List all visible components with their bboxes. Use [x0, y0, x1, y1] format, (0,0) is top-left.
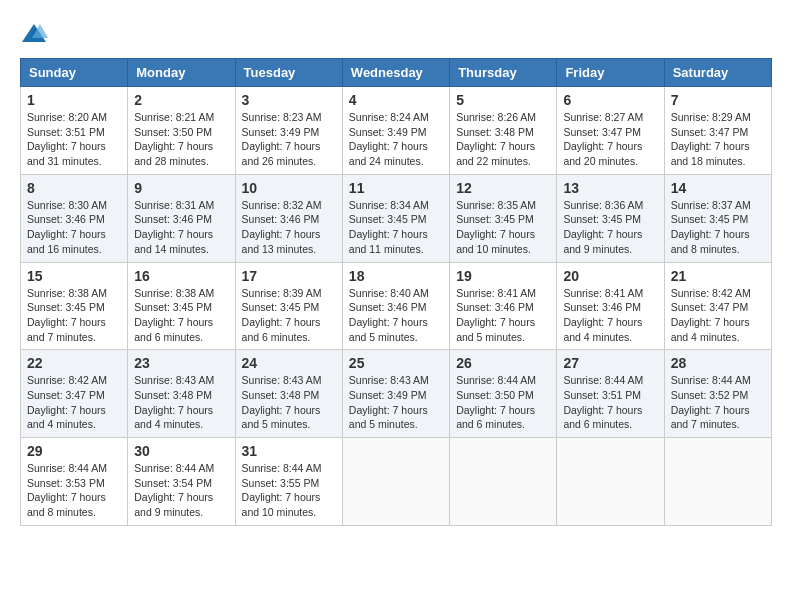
- day-number: 29: [27, 443, 121, 459]
- day-number: 6: [563, 92, 657, 108]
- day-number: 26: [456, 355, 550, 371]
- day-number: 8: [27, 180, 121, 196]
- calendar-cell: 31Sunrise: 8:44 AMSunset: 3:55 PMDayligh…: [235, 438, 342, 526]
- calendar-cell: 1Sunrise: 8:20 AMSunset: 3:51 PMDaylight…: [21, 87, 128, 175]
- day-info: Sunrise: 8:35 AMSunset: 3:45 PMDaylight:…: [456, 198, 550, 257]
- day-info: Sunrise: 8:36 AMSunset: 3:45 PMDaylight:…: [563, 198, 657, 257]
- logo: [20, 20, 52, 48]
- day-number: 25: [349, 355, 443, 371]
- calendar-cell: 15Sunrise: 8:38 AMSunset: 3:45 PMDayligh…: [21, 262, 128, 350]
- header-thursday: Thursday: [450, 59, 557, 87]
- day-info: Sunrise: 8:43 AMSunset: 3:49 PMDaylight:…: [349, 373, 443, 432]
- day-number: 22: [27, 355, 121, 371]
- day-info: Sunrise: 8:44 AMSunset: 3:52 PMDaylight:…: [671, 373, 765, 432]
- calendar-cell: 28Sunrise: 8:44 AMSunset: 3:52 PMDayligh…: [664, 350, 771, 438]
- day-info: Sunrise: 8:43 AMSunset: 3:48 PMDaylight:…: [242, 373, 336, 432]
- calendar-cell: 6Sunrise: 8:27 AMSunset: 3:47 PMDaylight…: [557, 87, 664, 175]
- day-number: 30: [134, 443, 228, 459]
- day-number: 19: [456, 268, 550, 284]
- calendar-cell: 30Sunrise: 8:44 AMSunset: 3:54 PMDayligh…: [128, 438, 235, 526]
- day-info: Sunrise: 8:30 AMSunset: 3:46 PMDaylight:…: [27, 198, 121, 257]
- week-row-1: 1Sunrise: 8:20 AMSunset: 3:51 PMDaylight…: [21, 87, 772, 175]
- day-number: 3: [242, 92, 336, 108]
- calendar-cell: 20Sunrise: 8:41 AMSunset: 3:46 PMDayligh…: [557, 262, 664, 350]
- day-info: Sunrise: 8:37 AMSunset: 3:45 PMDaylight:…: [671, 198, 765, 257]
- calendar-table: SundayMondayTuesdayWednesdayThursdayFrid…: [20, 58, 772, 526]
- day-info: Sunrise: 8:29 AMSunset: 3:47 PMDaylight:…: [671, 110, 765, 169]
- day-number: 11: [349, 180, 443, 196]
- calendar-cell: [450, 438, 557, 526]
- day-info: Sunrise: 8:44 AMSunset: 3:53 PMDaylight:…: [27, 461, 121, 520]
- day-number: 16: [134, 268, 228, 284]
- day-number: 31: [242, 443, 336, 459]
- calendar-cell: [664, 438, 771, 526]
- calendar-cell: 18Sunrise: 8:40 AMSunset: 3:46 PMDayligh…: [342, 262, 449, 350]
- day-number: 4: [349, 92, 443, 108]
- day-info: Sunrise: 8:21 AMSunset: 3:50 PMDaylight:…: [134, 110, 228, 169]
- day-info: Sunrise: 8:38 AMSunset: 3:45 PMDaylight:…: [134, 286, 228, 345]
- header-wednesday: Wednesday: [342, 59, 449, 87]
- day-info: Sunrise: 8:42 AMSunset: 3:47 PMDaylight:…: [671, 286, 765, 345]
- day-number: 9: [134, 180, 228, 196]
- day-info: Sunrise: 8:24 AMSunset: 3:49 PMDaylight:…: [349, 110, 443, 169]
- day-info: Sunrise: 8:26 AMSunset: 3:48 PMDaylight:…: [456, 110, 550, 169]
- day-number: 27: [563, 355, 657, 371]
- day-number: 14: [671, 180, 765, 196]
- week-row-4: 22Sunrise: 8:42 AMSunset: 3:47 PMDayligh…: [21, 350, 772, 438]
- day-number: 24: [242, 355, 336, 371]
- calendar-cell: 12Sunrise: 8:35 AMSunset: 3:45 PMDayligh…: [450, 174, 557, 262]
- calendar-cell: [557, 438, 664, 526]
- calendar-cell: 11Sunrise: 8:34 AMSunset: 3:45 PMDayligh…: [342, 174, 449, 262]
- day-info: Sunrise: 8:44 AMSunset: 3:51 PMDaylight:…: [563, 373, 657, 432]
- calendar-cell: 8Sunrise: 8:30 AMSunset: 3:46 PMDaylight…: [21, 174, 128, 262]
- header-friday: Friday: [557, 59, 664, 87]
- day-number: 20: [563, 268, 657, 284]
- day-number: 7: [671, 92, 765, 108]
- day-number: 1: [27, 92, 121, 108]
- calendar-cell: 9Sunrise: 8:31 AMSunset: 3:46 PMDaylight…: [128, 174, 235, 262]
- day-info: Sunrise: 8:42 AMSunset: 3:47 PMDaylight:…: [27, 373, 121, 432]
- day-number: 10: [242, 180, 336, 196]
- day-info: Sunrise: 8:41 AMSunset: 3:46 PMDaylight:…: [456, 286, 550, 345]
- day-number: 12: [456, 180, 550, 196]
- day-info: Sunrise: 8:44 AMSunset: 3:50 PMDaylight:…: [456, 373, 550, 432]
- day-number: 5: [456, 92, 550, 108]
- calendar-cell: 17Sunrise: 8:39 AMSunset: 3:45 PMDayligh…: [235, 262, 342, 350]
- day-info: Sunrise: 8:40 AMSunset: 3:46 PMDaylight:…: [349, 286, 443, 345]
- day-number: 18: [349, 268, 443, 284]
- day-number: 23: [134, 355, 228, 371]
- calendar-cell: 26Sunrise: 8:44 AMSunset: 3:50 PMDayligh…: [450, 350, 557, 438]
- calendar-cell: 2Sunrise: 8:21 AMSunset: 3:50 PMDaylight…: [128, 87, 235, 175]
- calendar-cell: [342, 438, 449, 526]
- calendar-cell: 16Sunrise: 8:38 AMSunset: 3:45 PMDayligh…: [128, 262, 235, 350]
- calendar-cell: 10Sunrise: 8:32 AMSunset: 3:46 PMDayligh…: [235, 174, 342, 262]
- calendar-cell: 23Sunrise: 8:43 AMSunset: 3:48 PMDayligh…: [128, 350, 235, 438]
- day-number: 15: [27, 268, 121, 284]
- day-info: Sunrise: 8:34 AMSunset: 3:45 PMDaylight:…: [349, 198, 443, 257]
- calendar-cell: 4Sunrise: 8:24 AMSunset: 3:49 PMDaylight…: [342, 87, 449, 175]
- calendar-cell: 13Sunrise: 8:36 AMSunset: 3:45 PMDayligh…: [557, 174, 664, 262]
- day-info: Sunrise: 8:38 AMSunset: 3:45 PMDaylight:…: [27, 286, 121, 345]
- day-info: Sunrise: 8:27 AMSunset: 3:47 PMDaylight:…: [563, 110, 657, 169]
- calendar-header-row: SundayMondayTuesdayWednesdayThursdayFrid…: [21, 59, 772, 87]
- day-info: Sunrise: 8:39 AMSunset: 3:45 PMDaylight:…: [242, 286, 336, 345]
- day-info: Sunrise: 8:41 AMSunset: 3:46 PMDaylight:…: [563, 286, 657, 345]
- page-header: [20, 20, 772, 48]
- day-info: Sunrise: 8:44 AMSunset: 3:55 PMDaylight:…: [242, 461, 336, 520]
- header-sunday: Sunday: [21, 59, 128, 87]
- calendar-cell: 14Sunrise: 8:37 AMSunset: 3:45 PMDayligh…: [664, 174, 771, 262]
- day-info: Sunrise: 8:31 AMSunset: 3:46 PMDaylight:…: [134, 198, 228, 257]
- week-row-5: 29Sunrise: 8:44 AMSunset: 3:53 PMDayligh…: [21, 438, 772, 526]
- calendar-cell: 21Sunrise: 8:42 AMSunset: 3:47 PMDayligh…: [664, 262, 771, 350]
- calendar-cell: 22Sunrise: 8:42 AMSunset: 3:47 PMDayligh…: [21, 350, 128, 438]
- day-info: Sunrise: 8:43 AMSunset: 3:48 PMDaylight:…: [134, 373, 228, 432]
- week-row-3: 15Sunrise: 8:38 AMSunset: 3:45 PMDayligh…: [21, 262, 772, 350]
- calendar-cell: 19Sunrise: 8:41 AMSunset: 3:46 PMDayligh…: [450, 262, 557, 350]
- calendar-cell: 5Sunrise: 8:26 AMSunset: 3:48 PMDaylight…: [450, 87, 557, 175]
- day-number: 13: [563, 180, 657, 196]
- day-info: Sunrise: 8:20 AMSunset: 3:51 PMDaylight:…: [27, 110, 121, 169]
- calendar-cell: 24Sunrise: 8:43 AMSunset: 3:48 PMDayligh…: [235, 350, 342, 438]
- day-info: Sunrise: 8:32 AMSunset: 3:46 PMDaylight:…: [242, 198, 336, 257]
- header-saturday: Saturday: [664, 59, 771, 87]
- day-info: Sunrise: 8:23 AMSunset: 3:49 PMDaylight:…: [242, 110, 336, 169]
